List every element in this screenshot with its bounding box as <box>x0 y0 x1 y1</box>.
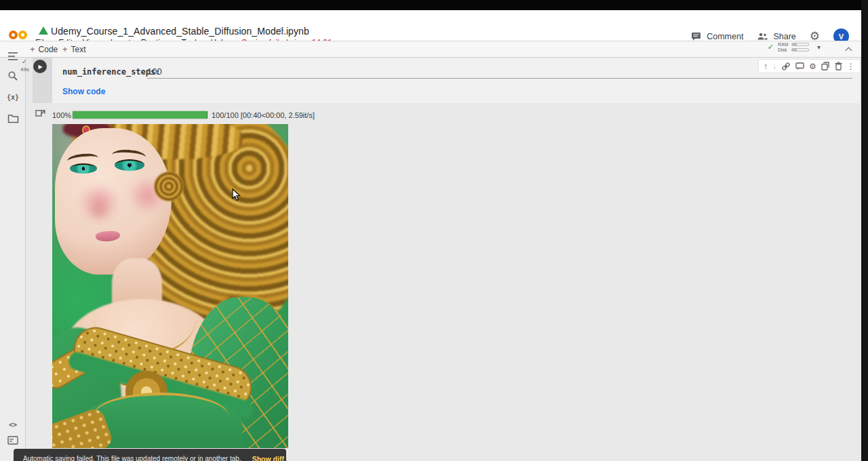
image-layer-eye <box>115 159 144 171</box>
progress-bar <box>72 111 208 119</box>
logo-ring-left <box>9 31 18 39</box>
logo-ring-right <box>18 31 27 39</box>
move-cell-down-icon[interactable]: ↓ <box>772 62 776 71</box>
add-text-label: Text <box>71 45 86 54</box>
image-layer <box>93 393 229 440</box>
collapse-header-button[interactable] <box>846 46 853 53</box>
output-indicator-icon[interactable] <box>35 108 45 118</box>
more-options-icon[interactable]: ⋮ <box>847 62 855 71</box>
code-snippets-icon[interactable]: <> <box>6 418 20 431</box>
share-label: Share <box>773 32 795 41</box>
comment-label: Comment <box>707 32 743 41</box>
files-folder-icon[interactable] <box>6 112 20 125</box>
mirror-cell-icon[interactable] <box>821 62 830 71</box>
share-button[interactable]: Share <box>757 32 795 41</box>
terminal-icon[interactable] <box>6 433 20 447</box>
header: Udemy_Course_1_Advanced_Stable_Diffusion… <box>0 10 861 41</box>
resource-meters: RAM Disk <box>778 42 809 52</box>
add-comment-icon[interactable] <box>795 62 804 71</box>
executed-check-icon: ✓ <box>22 58 27 65</box>
left-sidebar: {x} <> <box>0 58 26 461</box>
progress-bar-fill <box>73 111 208 119</box>
notebook-title[interactable]: Udemy_Course_1_Advanced_Stable_Diffusion… <box>51 26 309 37</box>
add-text-button[interactable]: + Text <box>62 44 86 54</box>
run-cell-button[interactable]: ▶ <box>33 60 47 73</box>
screen-right-strip <box>861 0 868 461</box>
copy-link-icon[interactable] <box>781 62 791 71</box>
progress-detail: 100/100 [00:40<00:00, 2.59it/s] <box>212 111 315 119</box>
search-icon[interactable] <box>6 69 20 83</box>
add-code-label: Code <box>39 45 58 54</box>
plus-icon: + <box>62 44 68 54</box>
chevron-up-icon <box>846 47 852 54</box>
play-icon: ▶ <box>38 64 42 70</box>
mouse-cursor <box>232 188 241 201</box>
progress-percent: 100% <box>52 111 71 119</box>
image-layer <box>154 172 184 201</box>
cell-settings-gear-icon[interactable]: ⚙ <box>809 62 816 71</box>
screen-top-strip <box>0 0 868 10</box>
ram-label: RAM <box>778 42 789 47</box>
plus-icon: + <box>30 44 35 54</box>
chevron-down-icon[interactable]: ▾ <box>817 43 821 51</box>
disk-label: Disk <box>778 47 789 52</box>
comment-icon <box>691 32 702 41</box>
notebook-toolbar: + Code + Text ✓ RAM Disk ▾ <box>0 41 861 58</box>
move-cell-up-icon[interactable]: ↑ <box>764 62 768 71</box>
autosave-failed-toast: Automatic saving failed. This file was u… <box>14 449 286 461</box>
variables-icon[interactable]: {x} <box>6 90 20 104</box>
ram-meter <box>791 43 809 46</box>
delete-cell-trash-icon[interactable] <box>835 62 842 71</box>
disk-meter <box>791 48 809 52</box>
star-icon[interactable]: ☆ <box>276 25 285 37</box>
table-of-contents-icon[interactable] <box>6 49 20 63</box>
comment-button[interactable]: Comment <box>691 32 743 41</box>
show-diff-button[interactable]: Show diff <box>252 455 284 461</box>
add-code-button[interactable]: + Code <box>30 44 58 54</box>
drive-icon <box>39 26 48 35</box>
show-code-link[interactable]: Show code <box>62 87 105 96</box>
connected-check-icon: ✓ <box>768 43 774 52</box>
form-field-label: num_inference_steps: <box>62 67 161 77</box>
image-layer <box>90 197 108 224</box>
execution-time: 49s <box>20 66 29 73</box>
colab-window: Udemy_Course_1_Advanced_Stable_Diffusion… <box>0 0 868 461</box>
generated-image <box>52 124 288 448</box>
toast-message: Automatic saving failed. This file was u… <box>23 455 241 461</box>
resources-indicator[interactable]: ✓ RAM Disk ▾ <box>768 42 821 52</box>
share-people-icon <box>757 32 768 41</box>
cell-toolbar: ↑ ↓ ⚙ <box>758 59 861 73</box>
num-inference-steps-input[interactable] <box>147 65 852 79</box>
image-layer-eye <box>70 163 97 174</box>
